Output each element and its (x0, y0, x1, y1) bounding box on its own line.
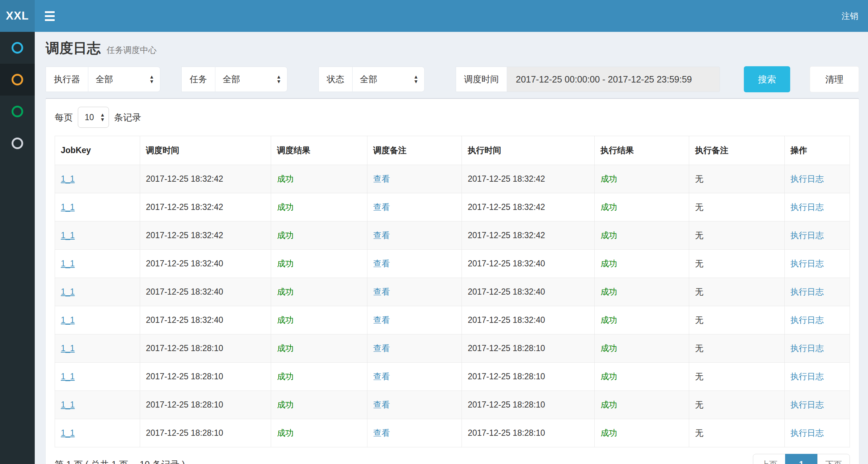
handle-result-cell: 成功 (601, 174, 617, 184)
table-row: 1_1 2017-12-25 18:32:40 成功 查看 2017-12-25… (55, 306, 850, 334)
trigger-msg-link[interactable]: 查看 (373, 287, 390, 296)
per-page-select[interactable]: 10 ▲▼ (78, 107, 109, 128)
trigger-result-cell: 成功 (277, 372, 294, 381)
trigger-msg-link[interactable]: 查看 (373, 343, 390, 353)
trigger-msg-link[interactable]: 查看 (373, 400, 390, 409)
navbar-bar: 注销 (35, 0, 868, 32)
col-header-handle-time: 执行时间 (462, 136, 595, 165)
table-row: 1_1 2017-12-25 18:28:10 成功 查看 2017-12-25… (55, 391, 850, 419)
table-row: 1_1 2017-12-25 18:32:42 成功 查看 2017-12-25… (55, 165, 850, 193)
trigger-time-cell: 2017-12-25 18:28:10 (146, 400, 223, 409)
handle-msg-cell: 无 (695, 259, 703, 268)
exec-log-link[interactable]: 执行日志 (791, 372, 824, 381)
exec-log-link[interactable]: 执行日志 (791, 315, 824, 325)
col-header-jobkey: JobKey (55, 136, 140, 165)
jobkey-link[interactable]: 1_1 (61, 231, 75, 240)
job-filter-label: 任务 (181, 67, 215, 92)
trigger-msg-link[interactable]: 查看 (373, 372, 390, 381)
table-header-row: JobKey 调度时间 调度结果 调度备注 执行时间 执行结果 执行备注 操作 (55, 136, 850, 165)
handle-result-cell: 成功 (601, 287, 617, 296)
search-button[interactable]: 搜索 (744, 66, 790, 92)
sidebar-toggle-button[interactable] (35, 0, 64, 32)
handle-time-cell: 2017-12-25 18:32:40 (468, 287, 545, 296)
jobkey-link[interactable]: 1_1 (61, 372, 75, 381)
jobkey-link[interactable]: 1_1 (61, 259, 75, 268)
table-row: 1_1 2017-12-25 18:32:42 成功 查看 2017-12-25… (55, 222, 850, 250)
jobkey-link[interactable]: 1_1 (61, 428, 75, 438)
jobkey-link[interactable]: 1_1 (61, 315, 75, 325)
executor-select[interactable]: 全部 ▲▼ (88, 67, 160, 92)
sidebar-item-dashboard[interactable] (0, 32, 35, 64)
page-subtitle: 任务调度中心 (106, 45, 156, 55)
exec-log-link[interactable]: 执行日志 (791, 428, 824, 438)
col-header-trigger-time: 调度时间 (140, 136, 271, 165)
exec-log-link[interactable]: 执行日志 (791, 202, 824, 212)
job-select[interactable]: 全部 ▲▼ (215, 67, 287, 92)
sidebar-item-jobgroup[interactable] (0, 96, 35, 127)
next-page-button[interactable]: 下页 (817, 454, 850, 464)
trigger-result-cell: 成功 (277, 231, 294, 240)
clear-button[interactable]: 清理 (810, 66, 859, 92)
circle-o-icon (12, 74, 23, 85)
trigger-time-cell: 2017-12-25 18:32:42 (146, 202, 223, 212)
exec-log-link[interactable]: 执行日志 (791, 343, 824, 353)
trigger-result-cell: 成功 (277, 259, 294, 268)
logout-link[interactable]: 注销 (832, 0, 868, 32)
trigger-msg-link[interactable]: 查看 (373, 428, 390, 438)
jobkey-link[interactable]: 1_1 (61, 174, 75, 184)
select-arrows-icon: ▲▼ (149, 75, 154, 84)
page-title: 调度日志 (46, 41, 101, 56)
handle-msg-cell: 无 (695, 315, 703, 325)
exec-log-link[interactable]: 执行日志 (791, 231, 824, 240)
content-area: 调度日志 任务调度中心 执行器 全部 ▲▼ 任务 全部 ▲▼ 状态 全部 ▲▼ (35, 32, 868, 464)
page-1-button[interactable]: 1 (785, 454, 818, 464)
status-select-value: 全部 (360, 73, 377, 85)
handle-result-cell: 成功 (601, 259, 617, 268)
trigger-time-cell: 2017-12-25 18:28:10 (146, 428, 223, 438)
status-select[interactable]: 全部 ▲▼ (352, 67, 425, 92)
col-header-handle-result: 执行结果 (595, 136, 689, 165)
trigger-msg-link[interactable]: 查看 (373, 315, 390, 325)
handle-msg-cell: 无 (695, 400, 703, 409)
select-arrows-icon: ▲▼ (276, 75, 281, 84)
exec-log-link[interactable]: 执行日志 (791, 259, 824, 268)
table-footer: 第 1 页 ( 总共 1 页， 10 条记录 ) 上页 1 下页 (55, 454, 850, 464)
per-page-value: 10 (85, 113, 94, 122)
handle-msg-cell: 无 (695, 202, 703, 212)
jobkey-link[interactable]: 1_1 (61, 202, 75, 212)
trigger-result-cell: 成功 (277, 428, 294, 438)
handle-result-cell: 成功 (601, 372, 617, 381)
handle-msg-cell: 无 (695, 174, 703, 184)
trigger-time-filter-group: 调度时间 2017-12-25 00:00:00 - 2017-12-25 23… (456, 67, 720, 92)
circle-o-icon (12, 138, 23, 149)
app-logo: XXL (0, 0, 35, 32)
sidebar-item-joblog[interactable] (0, 64, 35, 96)
trigger-msg-link[interactable]: 查看 (373, 202, 390, 212)
trigger-msg-link[interactable]: 查看 (373, 231, 390, 240)
handle-time-cell: 2017-12-25 18:32:40 (468, 259, 545, 268)
status-filter-group: 状态 全部 ▲▼ (319, 67, 425, 92)
circle-o-icon (12, 42, 23, 54)
table-row: 1_1 2017-12-25 18:28:10 成功 查看 2017-12-25… (55, 419, 850, 447)
select-arrows-icon: ▲▼ (413, 75, 418, 84)
per-page-suffix-label: 条记录 (114, 111, 141, 123)
trigger-msg-link[interactable]: 查看 (373, 174, 390, 184)
jobkey-link[interactable]: 1_1 (61, 400, 75, 409)
handle-time-cell: 2017-12-25 18:28:10 (468, 372, 545, 381)
handle-result-cell: 成功 (601, 315, 617, 325)
trigger-result-cell: 成功 (277, 287, 294, 296)
exec-log-link[interactable]: 执行日志 (791, 400, 824, 409)
trigger-msg-link[interactable]: 查看 (373, 259, 390, 268)
log-table: JobKey 调度时间 调度结果 调度备注 执行时间 执行结果 执行备注 操作 … (55, 136, 850, 447)
handle-result-cell: 成功 (601, 428, 617, 438)
handle-time-cell: 2017-12-25 18:28:10 (468, 400, 545, 409)
trigger-result-cell: 成功 (277, 202, 294, 212)
sidebar-item-help[interactable] (0, 127, 35, 159)
trigger-time-input[interactable]: 2017-12-25 00:00:00 - 2017-12-25 23:59:5… (507, 67, 720, 92)
jobkey-link[interactable]: 1_1 (61, 343, 75, 353)
exec-log-link[interactable]: 执行日志 (791, 287, 824, 296)
prev-page-button[interactable]: 上页 (753, 454, 785, 464)
trigger-result-cell: 成功 (277, 315, 294, 325)
exec-log-link[interactable]: 执行日志 (791, 174, 824, 184)
jobkey-link[interactable]: 1_1 (61, 287, 75, 296)
